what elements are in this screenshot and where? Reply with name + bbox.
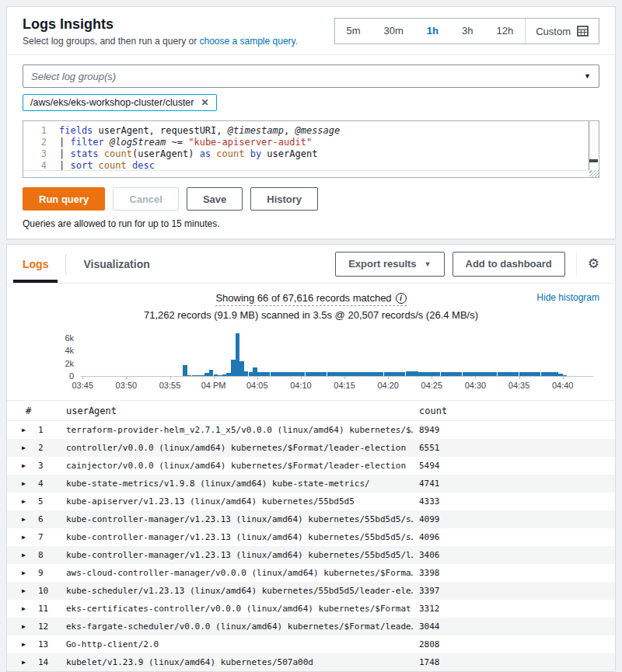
- code-token: userAgent: [261, 148, 317, 159]
- x-axis-label: 04:10: [290, 381, 312, 390]
- save-button[interactable]: Save: [187, 187, 243, 211]
- table-row[interactable]: ▶1terraform-provider-helm_v2.7.1_x5/v0.0…: [7, 421, 615, 439]
- cell-useragent: kube-controller-manager/v1.23.13 (linux/…: [66, 514, 413, 524]
- y-axis-label: 2k: [65, 359, 74, 368]
- chevron-down-icon: ▼: [584, 72, 591, 80]
- time-range-30m[interactable]: 30m: [372, 19, 415, 44]
- cell-useragent: controller/v0.0.0 (linux/amd64) kubernet…: [66, 443, 413, 453]
- y-axis-label: 0: [69, 371, 74, 381]
- query-line[interactable]: 3| stats count(userAgent) as count by us…: [23, 148, 599, 160]
- code-token: [93, 160, 98, 171]
- table-row[interactable]: ▶2controller/v0.0.0 (linux/amd64) kubern…: [7, 439, 615, 457]
- column-header-useragent: userAgent: [66, 406, 413, 416]
- remove-log-group-icon[interactable]: ✕: [201, 97, 208, 108]
- row-index: 10: [38, 586, 66, 596]
- header-text: Logs Insights Select log groups, and the…: [23, 16, 298, 47]
- query-editor[interactable]: 1fields userAgent, requestURI, @timestam…: [23, 120, 599, 178]
- hide-histogram-link[interactable]: Hide histogram: [536, 292, 599, 303]
- expand-row-icon[interactable]: ▶: [19, 641, 38, 648]
- table-row[interactable]: ▶9aws-cloud-controller-manager/v0.0.0 (l…: [7, 564, 615, 582]
- sample-query-link[interactable]: choose a sample query.: [199, 36, 298, 47]
- time-range-1h[interactable]: 1h: [415, 19, 450, 44]
- cell-count: 1748: [413, 657, 615, 667]
- table-row[interactable]: ▶8kube-controller-manager/v1.23.13 (linu…: [7, 546, 615, 564]
- x-axis-tick: [301, 376, 302, 379]
- results-card: LogsVisualization Export results ▼ Add t…: [6, 244, 616, 672]
- expand-row-icon[interactable]: ▶: [19, 605, 38, 612]
- line-number: 1: [23, 125, 47, 137]
- query-line[interactable]: 1fields userAgent, requestURI, @timestam…: [23, 125, 599, 137]
- code-token: count: [216, 148, 244, 159]
- row-index: 3: [38, 461, 66, 471]
- add-to-dashboard-label: Add to dashboard: [466, 258, 552, 270]
- table-row[interactable]: ▶12eks-fargate-scheduler/v0.0.0 (linux/a…: [7, 618, 615, 635]
- resize-grip-icon[interactable]: [589, 170, 599, 177]
- y-axis-label: 6k: [65, 333, 74, 343]
- expand-row-icon[interactable]: ▶: [19, 462, 38, 469]
- expand-row-icon[interactable]: ▶: [19, 587, 38, 594]
- history-button[interactable]: History: [250, 187, 318, 211]
- row-index: 14: [38, 657, 66, 667]
- cell-useragent: aws-cloud-controller-manager/v0.0.0 (lin…: [66, 568, 413, 578]
- query-line[interactable]: 2| filter @logStream ~= "kube-apiserver-…: [23, 137, 599, 148]
- expand-row-icon[interactable]: ▶: [19, 659, 38, 666]
- export-results-button[interactable]: Export results ▼: [335, 252, 444, 277]
- code-token: [104, 137, 110, 148]
- table-row[interactable]: ▶3cainjector/v0.0.0 (linux/amd64) kubern…: [7, 457, 615, 475]
- editor-vertical-scrollbar[interactable]: [589, 121, 599, 170]
- cell-useragent: kube-state-metrics/v1.9.8 (linux/amd64) …: [66, 479, 413, 489]
- row-index: 4: [38, 479, 66, 489]
- cell-useragent: kube-scheduler/v1.23.13 (linux/amd64) ku…: [66, 586, 413, 596]
- run-query-button[interactable]: Run query: [23, 187, 105, 211]
- x-axis-label: 04 PM: [201, 381, 226, 390]
- tab-visualization[interactable]: Visualization: [83, 258, 149, 270]
- time-range-12h[interactable]: 12h: [485, 19, 526, 44]
- expand-row-icon[interactable]: ▶: [19, 552, 38, 559]
- table-row[interactable]: ▶14kubelet/v1.23.9 (linux/amd64) kuberne…: [7, 653, 615, 671]
- expand-row-icon[interactable]: ▶: [19, 623, 38, 630]
- x-axis-tick: [432, 376, 432, 379]
- row-index: 2: [38, 443, 66, 453]
- chevron-down-icon: ▼: [425, 260, 432, 268]
- table-row[interactable]: ▶11eks-certificates-controller/v0.0.0 (l…: [7, 600, 615, 618]
- add-to-dashboard-button[interactable]: Add to dashboard: [453, 252, 565, 277]
- tab-divider: [65, 254, 66, 274]
- expand-row-icon[interactable]: ▶: [19, 480, 38, 487]
- table-row[interactable]: ▶4kube-state-metrics/v1.9.8 (linux/amd64…: [7, 475, 615, 493]
- query-actions: Run query Cancel Save History: [23, 187, 599, 211]
- table-row[interactable]: ▶6kube-controller-manager/v1.23.13 (linu…: [7, 510, 615, 528]
- tab-logs[interactable]: Logs: [23, 258, 48, 270]
- expand-row-icon[interactable]: ▶: [19, 534, 38, 541]
- code-token: by: [250, 148, 261, 159]
- x-axis-tick: [344, 376, 345, 379]
- table-row[interactable]: ▶7kube-controller-manager/v1.23.13 (linu…: [7, 528, 615, 546]
- cancel-button: Cancel: [113, 187, 179, 211]
- code-token: ~=: [166, 137, 188, 148]
- expand-row-icon[interactable]: ▶: [19, 444, 38, 451]
- query-limit-note: Queries are allowed to run for up to 15 …: [23, 218, 599, 229]
- expand-row-icon[interactable]: ▶: [19, 427, 38, 433]
- log-group-tag: /aws/eks/eks-workshop-cluster/cluster ✕: [23, 94, 217, 111]
- query-editor-lines: 1fields userAgent, requestURI, @timestam…: [23, 121, 599, 172]
- editor-horizontal-scrollbar[interactable]: [23, 170, 589, 177]
- info-icon[interactable]: i: [396, 293, 407, 304]
- cell-useragent: cainjector/v0.0.0 (linux/amd64) kubernet…: [66, 461, 413, 471]
- scrollbar-thumb[interactable]: [589, 159, 598, 162]
- expand-row-icon[interactable]: ▶: [19, 516, 38, 523]
- cell-count: 3312: [413, 604, 615, 614]
- cell-count: 4096: [413, 532, 615, 542]
- gear-icon[interactable]: ⚙: [588, 257, 599, 270]
- table-row[interactable]: ▶13Go-http-client/2.02808: [7, 635, 615, 653]
- expand-row-icon[interactable]: ▶: [19, 498, 38, 505]
- time-range-3h[interactable]: 3h: [450, 19, 484, 44]
- calendar-icon: [577, 26, 589, 37]
- results-table: # userAgent count ▶1terraform-provider-h…: [7, 400, 615, 671]
- time-range-5m[interactable]: 5m: [335, 19, 372, 44]
- expand-row-icon[interactable]: ▶: [19, 569, 38, 576]
- query-card: Logs Insights Select log groups, and the…: [6, 6, 616, 239]
- log-group-select[interactable]: Select log group(s) ▼: [23, 64, 599, 88]
- table-row[interactable]: ▶10kube-scheduler/v1.23.13 (linux/amd64)…: [7, 582, 615, 600]
- table-row[interactable]: ▶5kube-apiserver/v1.23.13 (linux/amd64) …: [7, 493, 615, 510]
- code-token: count: [99, 160, 127, 171]
- custom-range-button[interactable]: Custom: [526, 26, 599, 37]
